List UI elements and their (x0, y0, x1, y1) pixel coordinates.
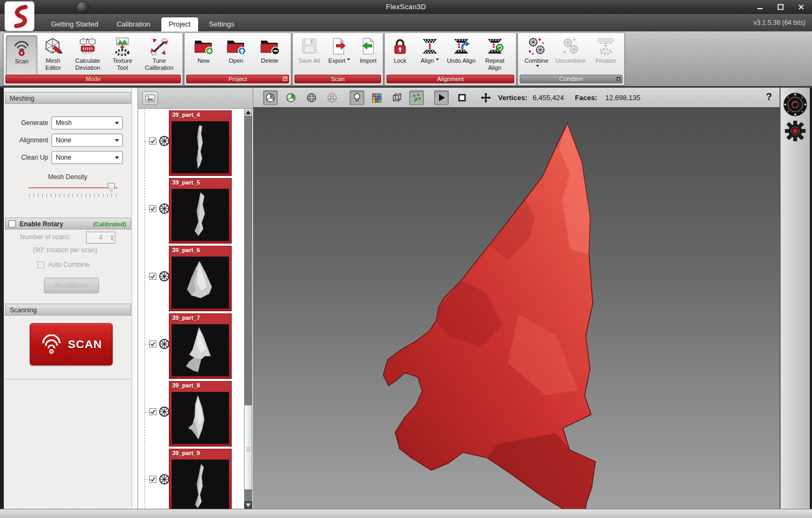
ribbon-group-combine: Combine Uncomb (518, 32, 625, 86)
number-of-scans-spinner[interactable]: 4 (86, 232, 115, 244)
align-button[interactable]: Align (415, 35, 444, 74)
scan-mode-button[interactable]: Scan (6, 35, 37, 75)
cleanup-select[interactable]: None (51, 151, 123, 164)
list-item[interactable]: 39_part_8 (138, 380, 244, 448)
group-label-combine: Combine (520, 75, 623, 83)
app-logo-icon (4, 1, 35, 31)
scan-thumbnail[interactable]: 39_part_9 (169, 449, 232, 509)
enable-rotary-label: Enable Rotary (19, 218, 63, 230)
markers-icon[interactable] (409, 90, 424, 105)
export-dropdown-caret-icon[interactable] (347, 58, 350, 62)
finalize-icon (596, 36, 615, 57)
tab-getting-started[interactable]: Getting Started (43, 17, 106, 32)
3d-canvas[interactable] (253, 108, 780, 509)
generate-select[interactable]: Mesh (51, 116, 123, 129)
scan-thumbnail[interactable]: 39_part_5 (169, 178, 232, 244)
quick-access-button[interactable] (76, 1, 89, 14)
uncombine-button[interactable]: Uncombine (553, 35, 588, 74)
scan-visible-checkbox[interactable] (149, 476, 156, 483)
color-map-icon[interactable] (369, 90, 384, 105)
tab-project[interactable]: Project (161, 17, 198, 32)
mesh-density-slider-handle[interactable] (108, 183, 115, 192)
stop-icon[interactable] (455, 90, 469, 105)
scan-visible-checkbox[interactable] (149, 273, 156, 280)
scan-visible-checkbox[interactable] (149, 340, 156, 347)
list-item[interactable]: 39_part_9 (138, 448, 244, 509)
sidebar-scrollbar[interactable] (132, 88, 137, 509)
combine-button[interactable]: Combine (521, 35, 552, 74)
tab-calibration[interactable]: Calibration (109, 17, 158, 32)
scan-list-toolbar (138, 88, 253, 109)
tab-settings[interactable]: Settings (201, 17, 242, 32)
list-item[interactable]: 39_part_6 (138, 245, 244, 312)
combine-icon (527, 36, 546, 57)
scan-thumbnail[interactable]: 39_part_8 (169, 381, 232, 447)
texture-tool-button[interactable]: Texture Tool (107, 35, 138, 74)
view-textured-icon[interactable] (284, 90, 298, 105)
view-shaded-icon[interactable] (263, 90, 278, 105)
repeat-align-button[interactable]: Repeat Align (478, 35, 512, 74)
export-button[interactable]: Export (324, 35, 355, 74)
tune-calibration-button[interactable]: Tune Calibration (139, 35, 179, 74)
scan-thumbnail-image (172, 392, 229, 444)
scroll-down-icon[interactable] (244, 501, 252, 509)
spinner-arrows-icon[interactable] (110, 233, 114, 242)
minimize-icon[interactable] (752, 2, 768, 11)
project-group-expand-icon[interactable] (283, 76, 287, 81)
trackball-icon[interactable] (783, 92, 808, 119)
view-wireframe-icon[interactable] (304, 90, 319, 105)
light-icon[interactable] (350, 90, 364, 105)
vertices-value: 6,455,424 (533, 94, 564, 102)
list-item[interactable]: 39_part_5 (138, 177, 244, 245)
delete-project-icon (259, 36, 280, 57)
scan-thumbnail-image (172, 324, 229, 376)
view-points-icon[interactable] (325, 90, 339, 105)
scroll-up-icon[interactable] (244, 108, 252, 116)
gear-icon[interactable] (784, 120, 806, 144)
scan-thumbnail-image (172, 121, 229, 173)
delete-project-button[interactable]: Delete (254, 35, 285, 74)
combine-dropdown-caret-icon[interactable] (536, 65, 539, 69)
image-thumbnails-icon[interactable] (142, 91, 158, 105)
pan-icon[interactable] (479, 90, 493, 105)
panel-divider (5, 379, 131, 379)
mesh-density-ticks (29, 194, 117, 197)
list-item[interactable]: 39_part_7 (138, 312, 244, 380)
import-button[interactable]: Import (356, 35, 381, 74)
mesh-editor-button[interactable]: Mesh Editor (37, 35, 69, 74)
new-project-button[interactable]: New (189, 35, 218, 74)
calculate-deviation-button[interactable]: Calculate Deviation (70, 35, 106, 74)
cleanup-label: Clean Up (5, 151, 48, 164)
close-icon[interactable] (794, 2, 809, 11)
scan-visible-checkbox[interactable] (149, 137, 156, 145)
vertices-label: Vertices: (498, 94, 527, 102)
bounding-box-icon[interactable] (390, 90, 404, 105)
scan-thumbnail[interactable]: 39_part_4 (169, 110, 232, 176)
finalize-button[interactable]: Finalize (591, 35, 621, 74)
list-item[interactable]: 39_part_4 (138, 109, 244, 177)
undo-align-button[interactable]: Undo Align (447, 35, 476, 74)
generate-label: Generate (5, 116, 48, 129)
combine-group-expand-icon[interactable] (616, 76, 621, 81)
scan-list-scrollbar[interactable] (244, 108, 252, 509)
recalibrate-button[interactable]: Recalibrate (44, 278, 99, 293)
scan-thumbnail[interactable]: 39_part_7 (169, 313, 232, 379)
maximize-icon[interactable] (773, 2, 788, 11)
scan-visible-checkbox[interactable] (149, 408, 156, 415)
open-project-button[interactable]: Open (221, 35, 251, 74)
alignment-select[interactable]: None (51, 134, 123, 147)
lock-button[interactable]: Lock (387, 35, 413, 74)
scan-thumbnail-image (172, 189, 229, 241)
auto-combine-checkbox[interactable] (37, 261, 44, 268)
scan-visible-checkbox[interactable] (149, 205, 156, 212)
mesh-density-slider-track[interactable] (29, 187, 117, 188)
scrollbar-thumb[interactable] (244, 405, 252, 490)
ribbon-group-project: New Open Delete (184, 32, 291, 86)
scan-button[interactable]: SCAN (30, 323, 113, 365)
scan-thumbnail[interactable]: 39_part_6 (169, 246, 232, 311)
help-button[interactable]: ? (766, 91, 772, 103)
play-icon[interactable] (434, 90, 449, 105)
enable-rotary-checkbox[interactable] (9, 220, 16, 227)
save-all-button[interactable]: Save All (295, 35, 323, 74)
align-dropdown-caret-icon[interactable] (436, 58, 439, 62)
